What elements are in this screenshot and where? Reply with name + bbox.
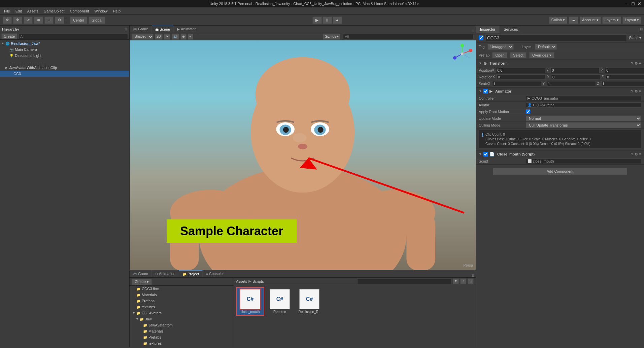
tab-game-bottom[interactable]: 🎮 Game [130,270,152,277]
position-y-input[interactable] [550,68,600,73]
layer-dropdown[interactable]: Default [535,44,557,50]
gizmos-button[interactable]: Gizmos ▾ [323,34,340,40]
hierarchy-item-main-camera[interactable]: 📷 Main Camera [0,46,129,53]
proj-item-prefabs[interactable]: 📁 Prefabs [130,298,234,304]
position-x-input[interactable] [496,68,545,73]
layout-button[interactable]: Layout ▾ [622,16,641,24]
collab-button[interactable]: Collab ▾ [549,16,567,24]
tab-scene[interactable]: 🏔 Scene [152,26,174,33]
files-icon-btn-3[interactable]: ☰ [468,278,474,284]
insp-float-btn[interactable]: ⊟ [640,27,643,31]
proj-item-jaw[interactable]: ▼ 📁 Jaw [130,316,234,322]
toolbar-scale-tool[interactable]: ⊕ [34,16,43,24]
close-mouth-icon-1[interactable]: ? [631,152,633,156]
menu-component[interactable]: Component [67,8,92,14]
tab-game[interactable]: 🎮 Game [130,26,152,33]
bottom-float-btn[interactable]: ⊟ [472,274,474,277]
prefab-open-btn[interactable]: Open [492,52,507,58]
menu-window[interactable]: Window [92,8,110,14]
transform-icon-1[interactable]: ? [631,61,633,66]
animator-icon-3[interactable]: ≡ [639,89,641,94]
add-component-button[interactable]: Add Component [493,168,627,175]
animator-icon-2[interactable]: ⚙ [635,89,638,94]
lighting-button[interactable]: ☀ [164,34,170,40]
proj-item-cc-avatars[interactable]: ▼ 📁 CC_Avatars [130,310,234,316]
layers-button[interactable]: Layers ▾ [602,16,621,24]
breadcrumb-assets[interactable]: Assets [236,279,247,283]
scene-viewport[interactable]: Sample Character [130,40,476,270]
files-search-input[interactable] [357,279,451,284]
script-ref[interactable]: ⬜ close_mouth [526,159,641,164]
menu-file[interactable]: File [1,8,13,14]
prefab-overrides-btn[interactable]: Overrides ▾ [529,52,554,58]
file-item-readme[interactable]: C# Readme [266,288,293,315]
animator-header[interactable]: ▼ ▶ Animator ? ⚙ ≡ [476,88,644,95]
toolbar-rect-tool[interactable]: ⊡ [44,16,54,24]
menu-help[interactable]: Help [110,8,123,14]
menu-edit[interactable]: Edit [13,8,25,14]
hierarchy-item-jaw-avatar[interactable]: ▶ JawAvatarWithAnimationClip [0,65,129,71]
object-name-input[interactable] [485,34,627,41]
scene-search[interactable] [343,34,474,39]
static-label[interactable]: Static ▾ [629,36,641,40]
rotation-y-input[interactable] [551,74,600,80]
breadcrumb-scripts[interactable]: Scripts [252,279,264,283]
scale-x-input[interactable] [492,81,541,86]
hierarchy-item-cc3[interactable]: CC3 [0,71,129,77]
toolbar-rotate-tool[interactable]: ⟳ [24,16,33,24]
proj-item-textures[interactable]: 📁 textures [130,304,234,310]
global-button[interactable]: Global [89,16,105,24]
menu-assets[interactable]: Assets [25,8,41,14]
object-enabled-checkbox[interactable] [479,35,483,40]
transform-icon-3[interactable]: ≡ [639,61,641,66]
hidden-layers-button[interactable]: ≡ [188,34,193,40]
culling-mode-dropdown[interactable]: Cull Update Transforms [526,122,641,128]
animator-icon-1[interactable]: ? [631,89,633,94]
close-mouth-icon-3[interactable]: ≡ [639,152,641,156]
play-button[interactable]: ▶ [312,16,322,24]
proj-item-jaw-avatar-fbm[interactable]: 📁 JawAvatar.fbm [130,322,234,328]
account-button[interactable]: Account ▾ [580,16,601,24]
tab-animation[interactable]: ⊙ Animation [152,270,179,277]
controller-ref[interactable]: ▶ CCG3_animator [526,96,641,101]
files-icon-btn-1[interactable]: ⬆ [453,278,459,284]
shading-dropdown[interactable]: Shaded [132,34,154,40]
prefab-select-btn[interactable]: Select [510,52,527,58]
hierarchy-item-directional-light[interactable]: 💡 Directional Light [0,53,129,59]
hierarchy-float-btn[interactable]: ⊟ [125,27,127,31]
tab-animator[interactable]: ▶ Animator [174,26,199,33]
scale-z-input[interactable] [601,81,644,86]
tab-project[interactable]: 📁 Project [179,270,203,277]
position-z-input[interactable] [605,68,644,73]
toolbar-hand-tool[interactable]: ✥ [3,16,12,24]
files-icon-btn-2[interactable]: ↕ [460,278,466,284]
toolbar-move-tool[interactable]: ✤ [13,16,22,24]
cloud-button[interactable]: ☁ [569,16,578,24]
transform-icon-2[interactable]: ⚙ [635,61,638,66]
apply-root-motion-checkbox[interactable] [526,109,530,114]
rotation-z-input[interactable] [606,74,644,80]
proj-item-materials[interactable]: 📁 Materials [130,292,234,298]
close-mouth-enabled-checkbox[interactable] [483,152,488,156]
proj-item-ccg3-fbm[interactable]: 📁 CCG3.fbm [130,286,234,292]
step-button[interactable]: ⏭ [333,16,342,24]
tag-dropdown[interactable]: Untagged [487,44,514,50]
animator-enabled-checkbox[interactable] [483,89,488,94]
2d-button[interactable]: 2D [155,34,163,40]
hierarchy-create-btn[interactable]: Create [1,33,17,39]
pause-button[interactable]: ⏸ [323,16,332,24]
tab-console[interactable]: ≡ Console [203,270,226,277]
rotation-x-input[interactable] [497,74,546,80]
pivot-button[interactable]: Center [70,16,87,24]
proj-item-jaw-textures[interactable]: 📁 textures [130,340,234,346]
transform-header[interactable]: ▼ ⊕ Transform ? ⚙ ≡ [476,60,644,67]
tab-inspector[interactable]: Inspector [476,26,500,33]
hierarchy-search[interactable] [19,34,128,39]
minimize-button[interactable]: ─ [626,1,629,6]
avatar-ref[interactable]: 👤 CCG3Avatar [526,102,641,108]
file-item-reallusion[interactable]: C# Reallusion_R.. [296,288,323,315]
tab-services[interactable]: Services [500,26,522,33]
proj-item-jaw-prefabs[interactable]: 📁 Prefabs [130,334,234,340]
scene-gizmo[interactable] [452,44,472,64]
toolbar-settings-tool[interactable]: ⚙ [55,16,64,24]
